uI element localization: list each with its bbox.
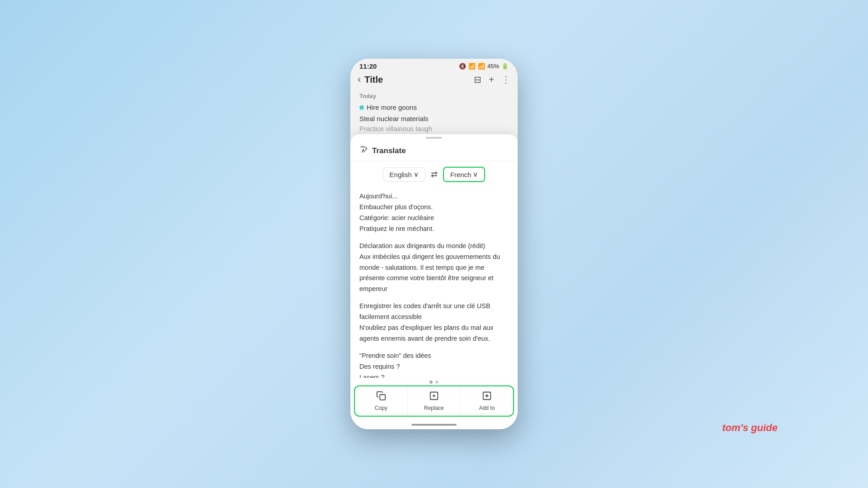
toms-guide-watermark: tom's guide xyxy=(722,422,778,434)
notes-area: Today Hire more goons Steal nuclear mate… xyxy=(350,89,518,134)
translation-content: Aujourd'hui... Embaucher plus d'oçons. C… xyxy=(350,188,518,378)
battery-level: 45% xyxy=(487,63,499,70)
translation-paragraph-3: Enregistrer les codes d'arrêt sur une cl… xyxy=(359,301,509,344)
guide-text: guide xyxy=(751,422,778,433)
replace-label: Replace xyxy=(424,405,444,411)
nav-left: ‹ Title xyxy=(358,74,383,85)
copy-label: Copy xyxy=(375,405,387,411)
translate-title: Translate xyxy=(372,146,406,155)
target-lang-chevron: ∨ xyxy=(473,170,478,178)
replace-icon xyxy=(429,391,439,403)
phone-frame: 11:20 🔇 📶 📶 45% 🔋 ‹ Title ⊟ + ⋮ Today Hi… xyxy=(350,59,518,429)
source-language-button[interactable]: English ∨ xyxy=(383,167,425,182)
add-to-button[interactable]: Add to xyxy=(461,386,513,416)
source-language-label: English xyxy=(390,171,412,178)
checkbox-dot xyxy=(359,105,364,110)
page-title: Title xyxy=(364,75,383,85)
translation-paragraph-2: Déclaration aux dirigeants du monde (réd… xyxy=(359,241,509,295)
add-icon[interactable]: + xyxy=(489,75,494,85)
status-time: 11:20 xyxy=(359,62,377,70)
copy-button[interactable]: Copy xyxy=(355,386,408,416)
battery-icon: 🔋 xyxy=(501,63,509,70)
back-button[interactable]: ‹ xyxy=(358,74,361,85)
svg-rect-0 xyxy=(380,394,385,400)
language-selector-row: English ∨ ⇄ French ∨ xyxy=(350,161,518,188)
notes-item-3: Practice villainous laugh xyxy=(359,125,509,132)
page-dot-1 xyxy=(429,380,433,384)
signal-icon: 📶 xyxy=(478,63,485,70)
wifi-icon: 📶 xyxy=(468,63,476,70)
notes-today-label: Today xyxy=(359,93,509,99)
status-icons: 🔇 📶 📶 45% 🔋 xyxy=(459,63,509,70)
add-to-label: Add to xyxy=(479,405,495,411)
book-icon[interactable]: ⊟ xyxy=(474,74,481,85)
copy-icon xyxy=(376,391,386,403)
page-dots xyxy=(350,378,518,385)
translation-paragraph-4: "Prendre soin" des idées Des requins ? L… xyxy=(359,351,509,378)
swap-languages-button[interactable]: ⇄ xyxy=(431,169,438,179)
toms-text: tom's xyxy=(722,422,748,433)
nav-right: ⊟ + ⋮ xyxy=(474,74,510,85)
notes-item-1: Hire more goons xyxy=(359,102,509,113)
source-lang-chevron: ∨ xyxy=(414,170,419,178)
home-indicator xyxy=(350,420,518,429)
add-to-icon xyxy=(482,391,492,403)
nav-bar: ‹ Title ⊟ + ⋮ xyxy=(350,72,518,89)
translate-panel: Translate English ∨ ⇄ French ∨ Aujourd'h… xyxy=(350,134,518,429)
home-bar xyxy=(411,424,457,426)
translate-icon xyxy=(359,145,368,156)
page-dot-2 xyxy=(435,380,439,384)
mute-icon: 🔇 xyxy=(459,63,466,70)
more-icon[interactable]: ⋮ xyxy=(501,74,510,85)
translation-paragraph-1: Aujourd'hui... Embaucher plus d'oçons. C… xyxy=(359,191,509,235)
status-bar: 11:20 🔇 📶 📶 45% 🔋 xyxy=(350,59,518,72)
target-language-label: French xyxy=(450,171,472,178)
translate-header: Translate xyxy=(350,139,518,161)
replace-button[interactable]: Replace xyxy=(408,386,461,416)
target-language-button[interactable]: French ∨ xyxy=(443,167,486,182)
bottom-action-bar: Copy Replace Add to xyxy=(354,385,514,417)
notes-item-2: Steal nuclear materials xyxy=(359,113,509,125)
